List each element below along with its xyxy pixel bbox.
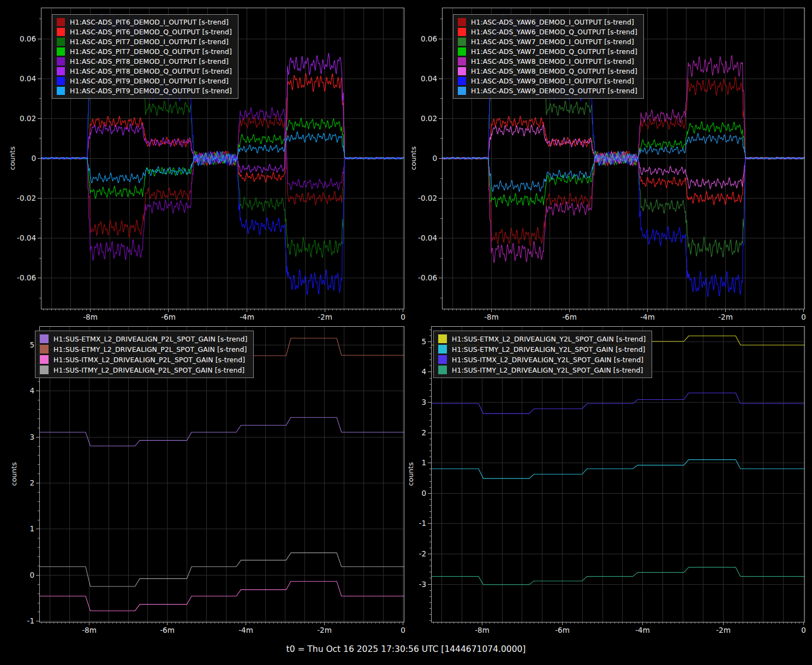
legend-item-label: H1:SUS-ITMX_L2_DRIVEALIGN_P2L_SPOT_GAIN … — [53, 356, 245, 364]
trace-H1:ASC-ADS_PIT6_DEMOD_I_OUTPUT — [41, 116, 404, 237]
y-axis-label: counts — [409, 146, 417, 170]
axis-labels: -8m-6m-4m-2m0543210-1 — [27, 340, 405, 634]
legend-item-label: H1:ASC-ADS_PIT9_DEMOD_I_OUTPUT [s-trend] — [70, 77, 229, 85]
x-tick-label: -2m — [718, 313, 733, 321]
legend-item: H1:ASC-ADS_YAW8_DEMOD_I_OUTPUT [s-trend] — [458, 57, 637, 65]
trace-H1:SUS-ITMY_L2_DRIVEALIGN_Y2L_SPOT_GAIN — [431, 567, 804, 585]
legend-item: H1:SUS-ETMX_L2_DRIVEALIGN_P2L_SPOT_GAIN … — [40, 334, 247, 343]
y-tick-label: 0.04 — [421, 74, 437, 83]
legend-item: H1:ASC-ADS_PIT9_DEMOD_Q_OUTPUT [s-trend] — [57, 87, 232, 95]
legend-item: H1:SUS-ITMX_L2_DRIVEALIGN_Y2L_SPOT_GAIN … — [438, 355, 646, 364]
x-tick-label: -6m — [555, 626, 570, 634]
legend-item-label: H1:ASC-ADS_YAW9_DEMOD_Q_OUTPUT [s-trend] — [471, 87, 637, 95]
legend-item: H1:SUS-ETMY_L2_DRIVEALIGN_Y2L_SPOT_GAIN … — [438, 345, 646, 354]
trace-H1:ASC-ADS_YAW7_DEMOD_Q_OUTPUT — [442, 122, 804, 207]
legend-swatch-icon — [458, 18, 466, 26]
legend-item: H1:ASC-ADS_PIT9_DEMOD_I_OUTPUT [s-trend] — [57, 77, 232, 85]
y-tick-label: -0.04 — [17, 233, 36, 242]
legend-item: H1:ASC-ADS_PIT7_DEMOD_I_OUTPUT [s-trend] — [57, 38, 232, 46]
legend-swatch-icon — [57, 18, 65, 26]
y-tick-label: 0.06 — [20, 34, 36, 43]
legend-item-label: H1:ASC-ADS_PIT6_DEMOD_I_OUTPUT [s-trend] — [70, 18, 229, 26]
legend-item-label: H1:ASC-ADS_YAW8_DEMOD_Q_OUTPUT [s-trend] — [471, 67, 637, 75]
legend-swatch-icon — [458, 28, 466, 36]
legend-item-label: H1:ASC-ADS_PIT7_DEMOD_I_OUTPUT [s-trend] — [70, 38, 229, 46]
legend-item-label: H1:ASC-ADS_YAW9_DEMOD_I_OUTPUT [s-trend] — [471, 77, 634, 85]
x-tick-label: -6m — [562, 313, 577, 321]
legend-item: H1:SUS-ETMX_L2_DRIVEALIGN_Y2L_SPOT_GAIN … — [438, 334, 646, 343]
legend-item: H1:SUS-ITMY_L2_DRIVEALIGN_Y2L_SPOT_GAIN … — [438, 366, 646, 374]
trace-H1:SUS-ITMY_L2_DRIVEALIGN_P2L_SPOT_GAIN — [39, 553, 404, 586]
y-tick-label: 0.06 — [421, 34, 437, 43]
legend-swatch-icon — [57, 47, 65, 56]
y-tick-label: -0.06 — [418, 273, 437, 282]
legend-swatch-icon — [57, 87, 65, 95]
y-tick-label: 2 — [421, 428, 426, 437]
legend-swatch-icon — [458, 77, 466, 85]
y-tick-label: 5 — [421, 337, 426, 346]
y-tick-label: -0.02 — [17, 194, 36, 202]
y-tick-label: 0.02 — [421, 114, 437, 123]
y-tick-label: 2 — [29, 478, 34, 487]
y-tick-label: 1 — [29, 524, 34, 533]
legend-item-label: H1:ASC-ADS_PIT7_DEMOD_Q_OUTPUT [s-trend] — [70, 47, 232, 56]
legend-item: H1:ASC-ADS_YAW6_DEMOD_Q_OUTPUT [s-trend] — [458, 28, 637, 36]
legend-item-label: H1:ASC-ADS_PIT8_DEMOD_Q_OUTPUT [s-trend] — [70, 67, 232, 75]
x-tick-label: -8m — [82, 626, 97, 634]
x-tick-label: 0 — [401, 626, 405, 634]
legend-item-label: H1:ASC-ADS_PIT6_DEMOD_Q_OUTPUT [s-trend] — [70, 28, 232, 36]
legend-swatch-icon — [458, 47, 466, 56]
x-tick-label: 0 — [801, 313, 806, 321]
legend-swatch-icon — [40, 334, 49, 343]
x-tick-label: 0 — [401, 313, 405, 321]
legend-item: H1:ASC-ADS_PIT7_DEMOD_Q_OUTPUT [s-trend] — [57, 47, 232, 56]
y-axis-label: counts — [408, 462, 415, 486]
legend-swatch-icon — [438, 355, 447, 364]
legend-swatch-icon — [57, 57, 65, 65]
legend-swatch-icon — [458, 67, 466, 75]
trace-H1:SUS-ETMY_L2_DRIVEALIGN_Y2L_SPOT_GAIN — [431, 460, 804, 479]
y-tick-label: -1 — [27, 616, 34, 625]
legend-item: H1:ASC-ADS_YAW7_DEMOD_I_OUTPUT [s-trend] — [458, 38, 637, 46]
legend-item: H1:ASC-ADS_YAW7_DEMOD_Q_OUTPUT [s-trend] — [458, 47, 637, 56]
y-tick-label: 3 — [421, 398, 426, 406]
x-tick-label: -2m — [716, 626, 731, 634]
trace-H1:SUS-ITMX_L2_DRIVEALIGN_Y2L_SPOT_GAIN — [431, 393, 804, 414]
plot-panel-asc-ads-pit[interactable]: -8m-6m-4m-2m00.060.040.020-0.02-0.04-0.0… — [0, 0, 408, 323]
x-tick-label: -2m — [318, 313, 332, 321]
legend-swatch-icon — [458, 38, 466, 46]
legend-item: H1:SUS-ITMY_L2_DRIVEALIGN_P2L_SPOT_GAIN … — [40, 366, 247, 374]
legend-swatch-icon — [438, 366, 447, 374]
legend-swatch-icon — [438, 345, 447, 354]
y-tick-label: 0 — [31, 154, 36, 163]
y-tick-label: 0.04 — [20, 74, 36, 83]
trace-H1:ASC-ADS_PIT8_DEMOD_I_OUTPUT — [41, 107, 404, 260]
legend-item: H1:ASC-ADS_PIT6_DEMOD_I_OUTPUT [s-trend] — [57, 18, 232, 26]
y-tick-label: -1 — [419, 519, 426, 528]
legend-swatch-icon — [57, 77, 65, 85]
x-tick-label: -6m — [161, 313, 176, 321]
x-tick-label: -4m — [238, 626, 253, 634]
legend-item: H1:ASC-ADS_PIT6_DEMOD_Q_OUTPUT [s-trend] — [57, 28, 232, 36]
legend-item: H1:ASC-ADS_YAW9_DEMOD_I_OUTPUT [s-trend] — [458, 77, 637, 85]
legend-item: H1:SUS-ETMY_L2_DRIVEALIGN_P2L_SPOT_GAIN … — [40, 345, 247, 354]
legend-swatch-icon — [40, 366, 49, 374]
y-tick-label: 1 — [421, 458, 426, 467]
legend-item-label: H1:SUS-ETMY_L2_DRIVEALIGN_P2L_SPOT_GAIN … — [53, 345, 247, 354]
legend-swatch-icon — [438, 334, 447, 343]
x-tick-label: 0 — [801, 626, 806, 634]
legend[interactable]: H1:ASC-ADS_YAW6_DEMOD_I_OUTPUT [s-trend]… — [453, 14, 644, 99]
legend-item: H1:ASC-ADS_PIT8_DEMOD_I_OUTPUT [s-trend] — [57, 57, 232, 65]
x-tick-label: -8m — [475, 626, 489, 634]
legend-item: H1:ASC-ADS_PIT8_DEMOD_Q_OUTPUT [s-trend] — [57, 67, 232, 75]
plot-panel-sus-p2l-spot-gain[interactable]: -8m-6m-4m-2m0543210-1countsH1:SUS-ETMX_L… — [0, 323, 408, 635]
plot-panel-asc-ads-yaw[interactable]: -8m-6m-4m-2m00.060.040.020-0.02-0.04-0.0… — [408, 0, 812, 323]
legend-item-label: H1:ASC-ADS_PIT8_DEMOD_I_OUTPUT [s-trend] — [70, 57, 229, 65]
legend-item-label: H1:SUS-ETMX_L2_DRIVEALIGN_P2L_SPOT_GAIN … — [53, 335, 247, 343]
y-tick-label: 0 — [29, 571, 34, 579]
plot-panel-sus-y2l-spot-gain[interactable]: -8m-6m-4m-2m0543210-1-2-3countsH1:SUS-ET… — [408, 323, 812, 635]
legend[interactable]: H1:SUS-ETMX_L2_DRIVEALIGN_Y2L_SPOT_GAIN … — [433, 331, 652, 378]
legend-item: H1:ASC-ADS_YAW9_DEMOD_Q_OUTPUT [s-trend] — [458, 87, 637, 95]
legend[interactable]: H1:ASC-ADS_PIT6_DEMOD_I_OUTPUT [s-trend]… — [52, 14, 238, 99]
legend[interactable]: H1:SUS-ETMX_L2_DRIVEALIGN_P2L_SPOT_GAIN … — [35, 331, 254, 378]
